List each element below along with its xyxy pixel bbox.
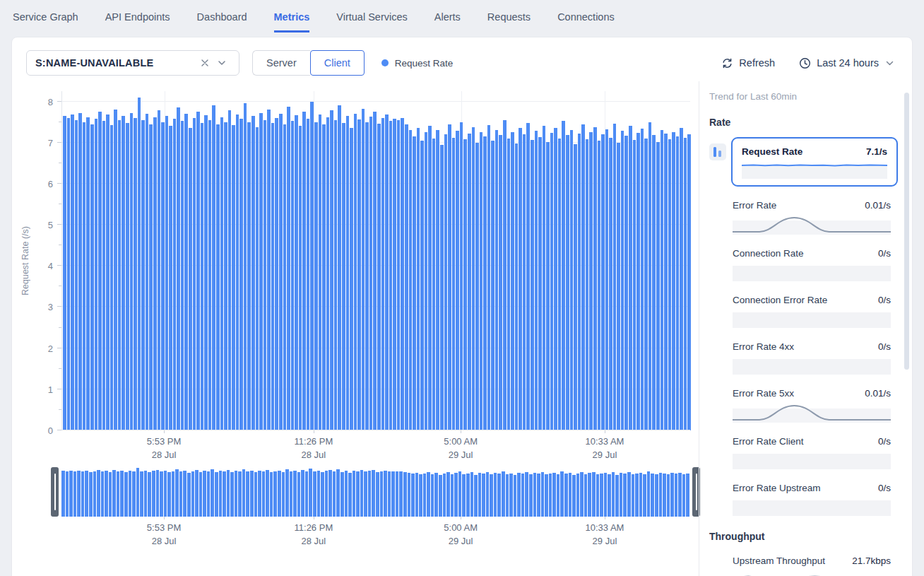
overview-bar	[179, 471, 183, 517]
metric-row-upstream-throughput[interactable]: Upstream Throughput21.7kbps	[733, 556, 891, 576]
overview-bar	[254, 472, 258, 517]
metric-label: Error Rate Client	[733, 436, 804, 447]
bar	[350, 128, 353, 430]
overview-bar	[608, 474, 611, 517]
request-rate-chart[interactable]	[61, 91, 690, 430]
overview-brush-chart[interactable]	[61, 467, 690, 517]
bar	[648, 122, 652, 430]
bar-chart-icon[interactable]	[709, 143, 726, 160]
bar	[574, 144, 577, 430]
bar	[543, 126, 546, 430]
refresh-button[interactable]: Refresh	[721, 57, 775, 69]
x-tick-label: 5:53 PM28 Jul	[147, 435, 181, 462]
overview-bar	[423, 474, 427, 517]
metric-card-request-rate[interactable]: Request Rate7.1/s	[731, 137, 898, 187]
overview-bar	[262, 471, 266, 517]
overview-bar	[195, 470, 199, 517]
overview-bar	[148, 472, 151, 517]
bar	[463, 139, 467, 430]
bar	[63, 116, 66, 430]
bar	[644, 139, 648, 430]
overview-bar	[266, 470, 269, 517]
overview-bar	[69, 471, 73, 517]
metric-header: Error Rate Client0/s	[733, 436, 891, 447]
bar	[208, 120, 212, 430]
y-tick-label: 3	[48, 302, 53, 312]
overview-bar	[509, 474, 513, 517]
metric-row-error-rate-client[interactable]: Error Rate Client0/s	[733, 436, 891, 469]
bar	[110, 125, 114, 430]
overview-bar	[458, 471, 462, 517]
overview-bar	[451, 474, 454, 517]
bar	[310, 102, 314, 430]
overview-bar	[97, 470, 100, 517]
bar	[193, 118, 196, 430]
clear-icon[interactable]	[196, 59, 213, 67]
bar	[319, 114, 322, 430]
bar	[173, 119, 177, 430]
metric-row-connection-rate[interactable]: Connection Rate0/s	[733, 248, 891, 281]
overview-bar	[105, 471, 108, 517]
metric-row-error-rate[interactable]: Error Rate0.01/s	[733, 200, 891, 235]
bar	[480, 132, 483, 430]
y-tick-label: 5	[48, 220, 53, 230]
y-tick-label: 7	[48, 137, 53, 148]
bar	[239, 119, 243, 430]
bar	[106, 114, 109, 430]
top-nav: Service GraphAPI EndpointsDashboardMetri…	[0, 0, 924, 33]
bar	[330, 110, 333, 430]
overview-bar	[615, 475, 619, 517]
bar	[67, 118, 71, 430]
brush-handle-left[interactable]	[51, 467, 59, 517]
metric-row-connection-error-rate[interactable]: Connection Error Rate0/s	[733, 295, 891, 328]
tab-virtual-services[interactable]: Virtual Services	[336, 11, 407, 33]
overview-bar	[167, 472, 171, 517]
time-range-dropdown[interactable]: Last 24 hours	[799, 57, 894, 69]
bar	[460, 122, 463, 430]
tab-requests[interactable]: Requests	[487, 11, 531, 33]
overview-bar	[541, 472, 545, 517]
overview-bar	[219, 471, 223, 517]
bar	[475, 143, 479, 430]
bar	[302, 112, 306, 430]
bar	[425, 132, 428, 430]
bar	[314, 122, 318, 430]
overview-bar	[466, 474, 470, 517]
overview-bar	[81, 471, 85, 517]
metric-row-error-rate-4xx[interactable]: Error Rate 4xx0/s	[733, 341, 891, 375]
tab-api-endpoints[interactable]: API Endpoints	[105, 11, 170, 33]
bar	[220, 117, 224, 430]
overview-bar	[552, 473, 556, 517]
bar	[515, 143, 519, 430]
server-button[interactable]: Server	[252, 50, 310, 76]
bar	[636, 133, 640, 430]
bar	[307, 119, 310, 430]
metric-label: Upstream Throughput	[733, 556, 825, 566]
tab-dashboard[interactable]: Dashboard	[197, 11, 247, 33]
client-button[interactable]: Client	[310, 50, 365, 76]
scrollbar-thumb[interactable]	[904, 93, 909, 370]
bar	[495, 130, 499, 430]
overview-bar	[521, 474, 525, 517]
bar	[138, 98, 141, 430]
metric-value: 21.7kbps	[852, 556, 891, 566]
tab-service-graph[interactable]: Service Graph	[13, 11, 78, 33]
bar	[114, 110, 117, 430]
bar	[499, 135, 502, 430]
overview-bar	[152, 471, 155, 517]
tab-connections[interactable]: Connections	[557, 11, 615, 33]
tab-metrics[interactable]: Metrics	[274, 11, 310, 33]
chevron-down-icon[interactable]	[213, 60, 230, 66]
metric-row-error-rate-5xx[interactable]: Error Rate 5xx0.01/s	[733, 388, 891, 423]
tab-alerts[interactable]: Alerts	[434, 11, 461, 33]
bar	[613, 124, 617, 430]
overview-bar	[328, 470, 332, 517]
bar	[224, 122, 227, 430]
overview-bar	[117, 471, 120, 517]
overview-bar	[348, 473, 352, 517]
service-selector[interactable]: S:NAME-UNAVAILABLE	[26, 50, 239, 76]
legend-request-rate[interactable]: Request Rate	[381, 58, 454, 69]
bar-chart-icon-bar	[718, 151, 721, 157]
metric-row-error-rate-upstream[interactable]: Error Rate Upstream0/s	[733, 483, 891, 516]
bar	[134, 118, 137, 430]
